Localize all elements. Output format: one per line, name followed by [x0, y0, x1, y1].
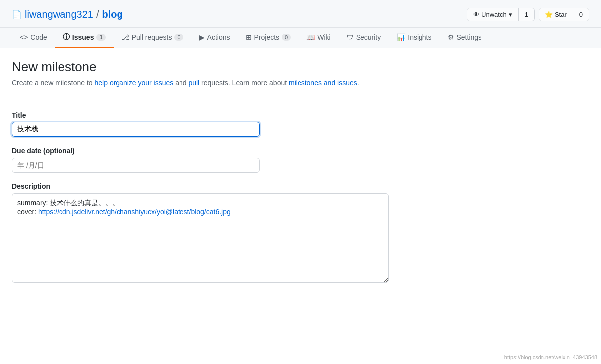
tab-code-label: Code: [30, 33, 47, 41]
pull-requests-badge: 0: [174, 34, 183, 41]
desc-cover-url[interactable]: https://cdn.jsdelivr.net/gh/chanshiyucx/…: [38, 208, 231, 216]
tab-issues-label: Issues: [72, 33, 94, 41]
title-field-group: Title: [12, 111, 464, 137]
nav-tabs: <> Code ⓘ Issues 1 ⎇ Pull requests 0 ▶ A…: [0, 28, 601, 48]
pull-link[interactable]: pull: [188, 79, 199, 87]
tab-settings-label: Settings: [457, 33, 482, 41]
repo-title: 📄 liwangwang321 / blog: [12, 9, 123, 20]
star-count-value: 0: [579, 11, 583, 18]
tab-security-label: Security: [356, 33, 381, 41]
desc-text-mid2: requests. Learn more about: [199, 79, 289, 87]
due-date-label: Due date (optional): [12, 147, 464, 155]
repo-icon: 📄: [12, 10, 22, 19]
actions-icon: ▶: [199, 33, 205, 41]
help-organize-link[interactable]: help organize your issues: [95, 79, 174, 87]
tab-actions[interactable]: ▶ Actions: [191, 28, 238, 48]
desc-text-start: Create a new milestone to: [12, 79, 95, 87]
tab-wiki-label: Wiki: [317, 33, 330, 41]
projects-icon: ⊞: [246, 33, 252, 41]
star-button[interactable]: ⭐ Star: [539, 8, 573, 21]
separator: /: [96, 9, 99, 20]
description-label: Description: [12, 182, 464, 190]
wiki-icon: 📖: [306, 33, 315, 41]
description-textarea[interactable]: summary: 技术什么的真是。。。 cover: https://cdn.j…: [12, 193, 389, 283]
star-group: ⭐ Star 0: [539, 8, 589, 21]
tab-projects-label: Projects: [254, 33, 280, 41]
unwatch-button[interactable]: 👁 Unwatch ▾: [467, 8, 518, 21]
unwatch-count[interactable]: 1: [519, 8, 534, 21]
unwatch-group: 👁 Unwatch ▾ 1: [467, 8, 535, 21]
chevron-down-icon: ▾: [509, 11, 512, 18]
tab-pull-requests-label: Pull requests: [132, 33, 172, 41]
repo-header: 📄 liwangwang321 / blog 👁 Unwatch ▾ 1 ⭐ S…: [0, 0, 601, 28]
due-date-field-group: Due date (optional): [12, 147, 464, 173]
desc-text-mid: and: [173, 79, 188, 87]
desc-summary-chinese: 技术什么的真是。。。: [50, 199, 119, 207]
settings-icon: ⚙: [448, 33, 454, 41]
star-icon: ⭐: [545, 11, 553, 18]
title-label: Title: [12, 111, 464, 119]
pull-requests-icon: ⎇: [121, 33, 129, 41]
description-field-group: Description summary: 技术什么的真是。。。 cover: h…: [12, 182, 464, 283]
milestones-link[interactable]: milestones and issues: [289, 79, 357, 87]
star-count[interactable]: 0: [573, 8, 589, 21]
desc-text-end: .: [357, 79, 359, 87]
tab-insights[interactable]: 📊 Insights: [389, 28, 439, 48]
unwatch-label: Unwatch: [481, 11, 507, 18]
tab-pull-requests[interactable]: ⎇ Pull requests 0: [114, 28, 191, 48]
issues-badge: 1: [96, 34, 105, 41]
tab-issues[interactable]: ⓘ Issues 1: [55, 28, 114, 48]
issues-icon: ⓘ: [63, 33, 70, 42]
star-label: Star: [555, 11, 567, 18]
tab-code[interactable]: <> Code: [12, 28, 55, 48]
description-line1: summary: 技术什么的真是。。。: [17, 199, 383, 208]
insights-icon: 📊: [397, 33, 405, 41]
desc-summary-prefix: summary:: [17, 199, 50, 207]
unwatch-count-value: 1: [525, 11, 528, 18]
repo-owner-link[interactable]: liwangwang321: [25, 9, 93, 20]
title-input[interactable]: [12, 122, 260, 137]
tab-insights-label: Insights: [408, 33, 431, 41]
main-content: New milestone Create a new milestone to …: [0, 48, 476, 304]
repo-actions: 👁 Unwatch ▾ 1 ⭐ Star 0: [467, 8, 589, 21]
desc-cover-prefix: cover:: [17, 208, 38, 216]
due-date-input[interactable]: [12, 158, 260, 173]
tab-actions-label: Actions: [207, 33, 230, 41]
page-title: New milestone: [12, 60, 464, 75]
tab-security[interactable]: 🛡 Security: [339, 28, 389, 48]
tab-wiki[interactable]: 📖 Wiki: [299, 28, 338, 48]
description-line2: cover: https://cdn.jsdelivr.net/gh/chans…: [17, 208, 383, 216]
tab-settings[interactable]: ⚙ Settings: [440, 28, 490, 48]
page-description: Create a new milestone to help organize …: [12, 79, 464, 87]
security-icon: 🛡: [347, 33, 354, 41]
tab-projects[interactable]: ⊞ Projects 0: [238, 28, 299, 48]
eye-icon: 👁: [473, 11, 480, 18]
code-icon: <>: [20, 33, 28, 41]
projects-badge: 0: [282, 34, 291, 41]
repo-name-link[interactable]: blog: [102, 9, 122, 20]
form-divider: [12, 99, 464, 99]
